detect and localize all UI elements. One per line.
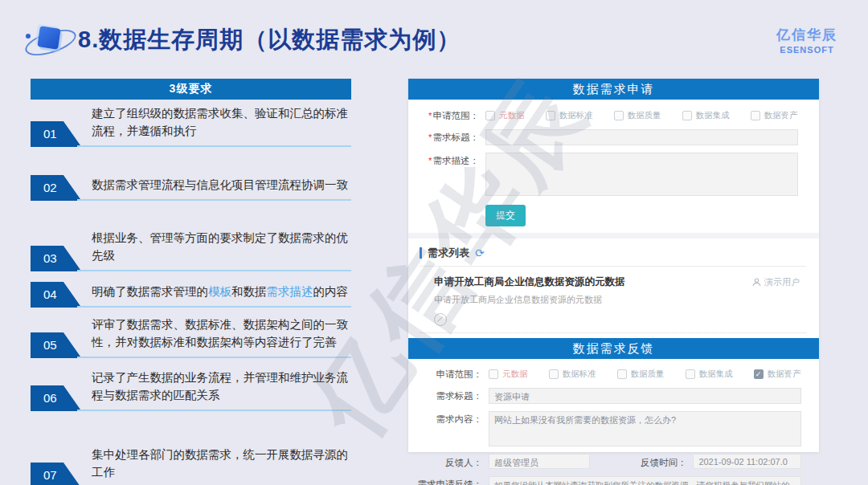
checkbox-data-quality[interactable]: 数据质量: [614, 110, 661, 121]
fb-feedback-label: 需求申请反馈：: [416, 476, 482, 485]
item-text: 建立了组织级的数据需求收集、验证和汇总的标准流程，并遵循和执行: [80, 104, 351, 145]
checkbox-icon[interactable]: [614, 111, 624, 120]
requirement-item-07: 07 集中处理各部门的数据需求，统一开展数据寻源的工作: [31, 446, 351, 485]
requirement-item-06: 06 记录了产生数据的业务流程，并管理和维护业务流程与数据需求的匹配关系: [31, 369, 351, 411]
cube-orbit-logo-icon: [27, 19, 72, 61]
check-glyph: ✓: [755, 370, 762, 378]
fb-title-input[interactable]: 资源申请: [489, 388, 801, 404]
request-item-subtitle: 申请开放工商局企业信息数据资源的元数据: [434, 294, 801, 306]
requirement-item-03: 03 根据业务、管理等方面的要求制定了数据需求的优先级: [31, 229, 351, 271]
fb-content-textarea[interactable]: 网站上如果没有我所需要的数据资源，怎么办?: [489, 411, 801, 446]
brand-name: 亿信华辰: [776, 26, 837, 44]
checkbox-icon[interactable]: [682, 111, 692, 120]
fb-person-label: 反馈人：: [416, 454, 482, 469]
checkbox-metadata[interactable]: 元数据: [485, 110, 525, 121]
item-underline: [31, 410, 351, 411]
fb-scope-label: 申请范围：: [416, 366, 482, 381]
item-number-badge: 04: [31, 282, 80, 306]
item-text: 集中处理各部门的数据需求，统一开展数据寻源的工作: [80, 446, 351, 485]
checkbox-data-asset[interactable]: 数据资产: [751, 110, 798, 121]
attachment-icon[interactable]: [434, 313, 447, 326]
brand-logo: 亿信华辰 ESENSOFT: [776, 26, 837, 55]
brand-subtitle: ESENSOFT: [776, 45, 837, 55]
checkbox-data-standard[interactable]: 数据标准: [546, 110, 593, 121]
required-asterisk: *: [428, 111, 432, 120]
item-number-badge: 06: [31, 385, 80, 410]
submit-button[interactable]: 提交: [485, 205, 526, 226]
desc-textarea[interactable]: [485, 153, 798, 196]
fb-title-label: 需求标题：: [416, 388, 482, 402]
checkbox-data-quality[interactable]: 数据质量: [617, 369, 665, 380]
item-text-highlight: 模板: [208, 285, 231, 298]
feedback-form-header: 数据需求反馈: [408, 338, 819, 359]
requirement-item-05: 05 评审了数据需求、数据标准、数据架构之间的一致性，并对数据标准和数据架构等内…: [31, 316, 351, 358]
item-text-highlight: 需求描述: [267, 285, 313, 298]
item-text: 记录了产生数据的业务流程，并管理和维护业务流程与数据需求的匹配关系: [80, 369, 351, 410]
title-label: *需求标题：: [423, 129, 479, 144]
checkbox-checked-icon[interactable]: ✓: [754, 369, 764, 379]
user-icon: [752, 278, 761, 287]
checkbox-icon[interactable]: [546, 111, 555, 120]
request-list-title: 需求列表: [428, 246, 469, 260]
request-list-section: 需求列表 ⟳ 申请开放工商局企业信息数据资源的元数据 演示用户 申请开放工商局企…: [408, 238, 819, 333]
request-item-user: 演示用户: [752, 276, 800, 288]
title-input[interactable]: [485, 129, 798, 145]
fb-time-label: 反馈时间：: [590, 454, 686, 469]
item-text: 评审了数据需求、数据标准、数据架构之间的一致性，并对数据标准和数据架构等内容进行…: [80, 316, 351, 357]
item-text-part: 的内容: [313, 285, 349, 298]
item-underline: [31, 306, 351, 308]
fb-time-input[interactable]: 2021-09-02 11:02:07.0: [693, 454, 801, 469]
slide-header: 8.数据生存周期（以数据需求为例） 亿信华辰 ESENSOFT: [0, 0, 868, 72]
request-item-title: 申请开放工商局企业信息数据资源的元数据: [434, 275, 801, 289]
item-number-badge: 03: [31, 246, 80, 270]
feedback-form: 申请范围： 元数据 数据标准 数据质量 数据集成 ✓数据资产 需求标题： 资源申…: [408, 359, 819, 485]
section-divider: [408, 233, 819, 238]
requirements-panel: 3级要求 01 建立了组织级的数据需求收集、验证和汇总的标准流程，并遵循和执行 …: [31, 79, 351, 485]
apply-scope-checkbox-group: 元数据 数据标准 数据质量 数据集成 数据资产: [479, 108, 798, 121]
checkbox-data-integration[interactable]: 数据集成: [686, 369, 733, 380]
item-underline: [31, 199, 351, 201]
request-list-item[interactable]: 申请开放工商局企业信息数据资源的元数据 演示用户 申请开放工商局企业信息数据资源…: [420, 267, 806, 333]
apply-form: *申请范围： 元数据 数据标准 数据质量 数据集成 数据资产 *需求标题： *需…: [408, 100, 819, 233]
item-underline: [31, 270, 351, 271]
checkbox-metadata[interactable]: 元数据: [489, 369, 528, 380]
item-number-badge: 02: [31, 175, 80, 199]
desc-label: *需求描述：: [423, 153, 479, 167]
item-text: 明确了数据需求管理的模板和数据需求描述的内容: [80, 283, 351, 306]
checkbox-icon[interactable]: [617, 369, 627, 379]
item-underline: [31, 145, 351, 147]
item-text-part: 明确了数据需求管理的: [92, 285, 208, 298]
item-number-badge: 05: [31, 332, 80, 357]
checkbox-icon[interactable]: [751, 111, 760, 120]
user-name: 演示用户: [764, 276, 800, 288]
checkbox-data-integration[interactable]: 数据集成: [682, 110, 730, 121]
checkbox-data-standard[interactable]: 数据标准: [549, 369, 596, 380]
item-underline: [31, 357, 351, 358]
cube-icon: [37, 26, 60, 49]
item-text: 根据业务、管理等方面的要求制定了数据需求的优先级: [80, 229, 351, 270]
checkbox-icon[interactable]: [686, 369, 695, 379]
refresh-icon[interactable]: ⟳: [475, 247, 485, 259]
item-text: 数据需求管理流程与信息化项目管理流程协调一致: [80, 176, 351, 199]
required-asterisk: *: [428, 156, 432, 165]
feedback-scope-checkbox-group: 元数据 数据标准 数据质量 数据集成 ✓数据资产: [482, 366, 801, 380]
item-number-badge: 07: [31, 463, 80, 485]
apply-form-header: 数据需求申请: [408, 79, 819, 100]
required-asterisk: *: [428, 132, 432, 142]
checkbox-data-asset-checked[interactable]: ✓数据资产: [754, 369, 801, 380]
scope-label: *申请范围：: [423, 108, 479, 122]
requirements-header: 3级要求: [31, 79, 351, 100]
item-number-badge: 01: [31, 121, 80, 145]
screenshot-panel: 数据需求申请 *申请范围： 元数据 数据标准 数据质量 数据集成 数据资产 *需…: [408, 79, 819, 452]
requirement-item-04: 04 明确了数据需求管理的模板和数据需求描述的内容: [31, 282, 351, 308]
fb-content-label: 需求内容：: [416, 411, 482, 426]
checkbox-icon[interactable]: [485, 111, 495, 120]
checkbox-icon[interactable]: [549, 369, 559, 379]
fb-person-input[interactable]: 超级管理员: [489, 454, 590, 469]
orbit-dot-icon: [26, 34, 31, 39]
checkbox-icon[interactable]: [489, 369, 498, 379]
fb-feedback-textarea[interactable]: 如果您没能从本网站查询获取到您所关注的数据资源，请您积极参与我们网站的数据调查，…: [489, 476, 801, 485]
list-accent-bar: [420, 247, 422, 259]
requirement-item-01: 01 建立了组织级的数据需求收集、验证和汇总的标准流程，并遵循和执行: [31, 104, 351, 147]
item-text-part: 和数据: [231, 285, 267, 298]
